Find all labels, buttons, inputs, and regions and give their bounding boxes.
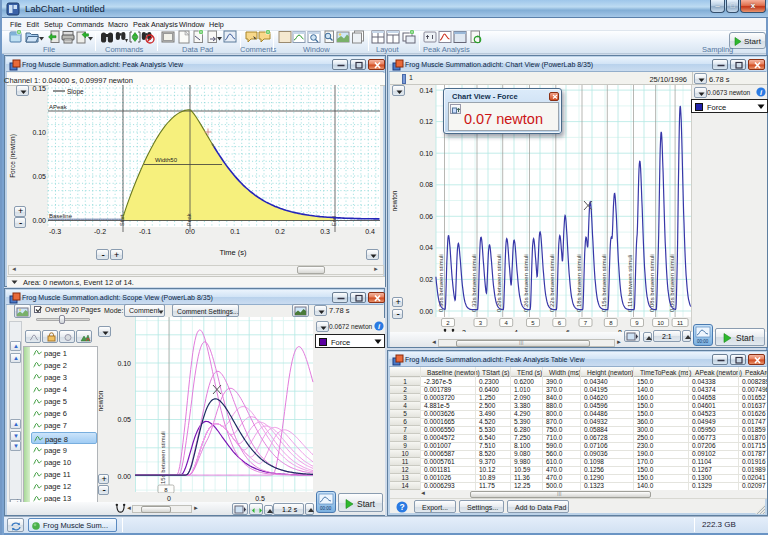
svg-text:0.5: 0.5 (255, 495, 265, 502)
svg-text:0.08: 0.08 (419, 181, 433, 188)
svg-text:10: 10 (657, 320, 664, 326)
svg-text:0.06: 0.06 (419, 213, 433, 220)
svg-text:0.05: 0.05 (117, 416, 131, 423)
svg-text:11: 11 (677, 320, 684, 326)
svg-text:0.26s between stimuli: 0.26s between stimuli (523, 254, 529, 312)
svg-text:newton: newton (97, 390, 104, 411)
svg-text:0.4: 0.4 (365, 228, 375, 235)
svg-text:0.0: 0.0 (185, 228, 195, 235)
svg-text:0.12: 0.12 (419, 118, 433, 125)
svg-text:Slope: Slope (67, 88, 84, 96)
svg-text:0.15: 0.15 (32, 85, 46, 92)
svg-text:0.3: 0.3 (320, 228, 330, 235)
svg-text:0.15s between stimuli: 0.15s between stimuli (601, 254, 607, 312)
svg-text:?: ? (399, 502, 404, 512)
svg-text:0.22s between stimuli: 0.22s between stimuli (549, 254, 555, 312)
svg-text:0.02: 0.02 (419, 276, 433, 283)
svg-text:00:00: 00:00 (697, 339, 709, 344)
svg-text:0.10: 0.10 (117, 360, 131, 367)
svg-text:0.00: 0.00 (117, 473, 131, 480)
svg-text:0.06s between stimuli: 0.06s between stimuli (669, 254, 675, 312)
svg-text:Baseline: Baseline (49, 213, 73, 219)
svg-text:0.1: 0.1 (230, 228, 240, 235)
svg-text:-0.2: -0.2 (94, 228, 106, 235)
svg-text:0.05: 0.05 (32, 173, 46, 180)
svg-text:newton: newton (391, 190, 398, 211)
svg-text:0.10: 0.10 (32, 129, 46, 136)
svg-text:00:00: 00:00 (320, 506, 332, 511)
svg-text:0.2: 0.2 (275, 228, 285, 235)
svg-text:0.18s between stimuli: 0.18s between stimuli (576, 254, 582, 312)
svg-text:0.10: 0.10 (419, 150, 433, 157)
svg-text:0.00: 0.00 (419, 308, 433, 315)
svg-text:-0.1: -0.1 (139, 228, 151, 235)
svg-text:0.11s between stimuli: 0.11s between stimuli (627, 255, 633, 312)
svg-text:0.04: 0.04 (419, 244, 433, 251)
svg-text:0.38s between stimuli: 0.38s between stimuli (438, 254, 444, 312)
svg-text:-0.3: -0.3 (49, 228, 61, 235)
svg-text:Peak: Peak (186, 213, 192, 226)
svg-text:0.00: 0.00 (32, 217, 46, 224)
svg-text:0.33s between stimuli: 0.33s between stimuli (471, 254, 477, 312)
svg-text:Time (s): Time (s) (219, 248, 247, 257)
svg-text:Width50: Width50 (155, 157, 178, 163)
svg-text:APeak: APeak (49, 104, 68, 110)
svg-text:0.08s between stimuli: 0.08s between stimuli (649, 254, 655, 312)
svg-text:0.15s between stimuli: 0.15s between stimuli (160, 431, 166, 489)
svg-text:Start: Start (119, 214, 125, 226)
svg-text:Force (newton): Force (newton) (9, 134, 17, 178)
svg-text:0.14: 0.14 (419, 87, 433, 94)
svg-text:0: 0 (167, 495, 171, 502)
